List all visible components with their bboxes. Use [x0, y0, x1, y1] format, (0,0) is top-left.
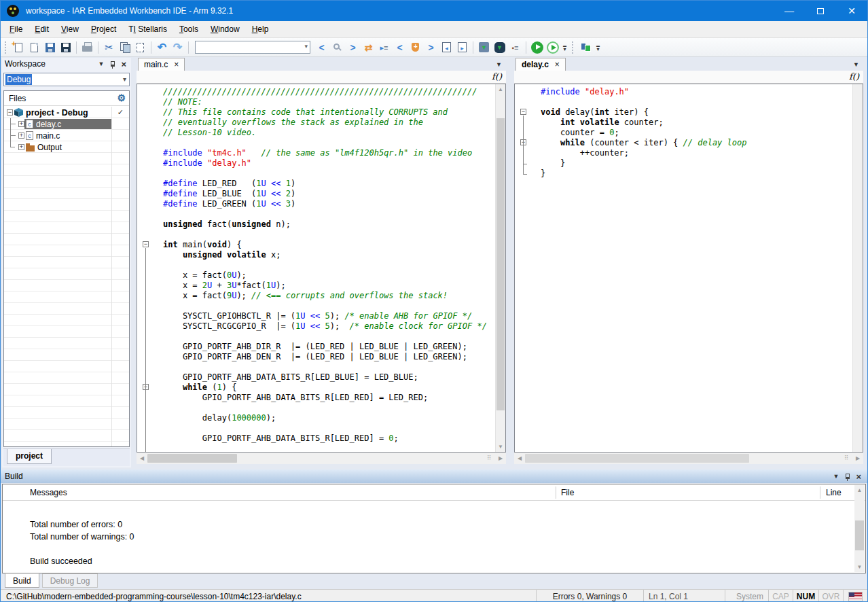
- tab-build[interactable]: Build: [5, 573, 39, 588]
- tree-item-project-debug[interactable]: −project - Debug✓: [4, 107, 129, 118]
- navigate-forward-button[interactable]: [345, 39, 361, 55]
- menu-window[interactable]: Window: [204, 22, 246, 37]
- fold-collapse-icon[interactable]: −: [520, 109, 526, 115]
- resize-grip-icon[interactable]: ⠿: [844, 455, 852, 463]
- panel-menu-icon[interactable]: ▼: [833, 473, 839, 480]
- scroll-right-icon[interactable]: ▶: [495, 455, 506, 461]
- tree-item-main-c[interactable]: +cmain.c: [4, 130, 129, 141]
- scroll-thumb[interactable]: [496, 118, 505, 410]
- configuration-value: Debug: [5, 74, 32, 85]
- menu-help[interactable]: Help: [246, 22, 275, 37]
- copy-button[interactable]: [117, 39, 132, 55]
- print-button[interactable]: [79, 39, 95, 55]
- horizontal-scrollbar-delay[interactable]: ◀ ⠿ ▶: [514, 453, 863, 464]
- tree-expander-icon[interactable]: +: [18, 132, 24, 139]
- toggle-bookmark-button[interactable]: [361, 39, 376, 55]
- scroll-down-icon[interactable]: ▼: [496, 442, 505, 452]
- tab-delay-c[interactable]: delay.c ×: [516, 58, 566, 71]
- save-all-icon: [61, 43, 71, 52]
- build-vertical-scrollbar[interactable]: ▲ ▼: [854, 485, 865, 572]
- tree-expander-icon[interactable]: −: [7, 109, 13, 116]
- redo-button[interactable]: [170, 39, 185, 55]
- menu-tools[interactable]: Tools: [173, 22, 204, 37]
- goto-function-button[interactable]: f(): [849, 71, 859, 82]
- sfr-setup-button[interactable]: [578, 39, 594, 55]
- download-and-debug-button[interactable]: [529, 39, 545, 55]
- pin-icon[interactable]: [111, 61, 115, 67]
- gear-icon[interactable]: ⚙: [117, 92, 126, 103]
- fold-collapse-icon[interactable]: −: [143, 241, 149, 247]
- save-button[interactable]: [42, 39, 58, 55]
- resize-grip-icon[interactable]: ⠿: [487, 455, 495, 463]
- navigate-backward-button[interactable]: [314, 39, 329, 55]
- scroll-up-icon[interactable]: ▲: [496, 84, 505, 94]
- cut-button[interactable]: [101, 39, 117, 55]
- find-button[interactable]: [329, 39, 345, 55]
- scroll-left-icon[interactable]: ◀: [137, 455, 147, 461]
- scroll-right-icon[interactable]: ▶: [852, 455, 863, 461]
- tree-branch-line: [10, 130, 18, 141]
- tab-close-icon[interactable]: ×: [555, 60, 560, 69]
- debug-without-downloading-button[interactable]: [545, 39, 560, 55]
- code-content-main[interactable]: ////////////////////////////////////////…: [163, 84, 495, 452]
- tree-item-label: main.c: [36, 131, 60, 141]
- c-file-icon: c: [26, 120, 33, 128]
- batch-build-button[interactable]: [507, 39, 523, 55]
- scroll-thumb[interactable]: [525, 454, 749, 463]
- bookmark-list-button[interactable]: [376, 39, 392, 55]
- toolbar-search-combo[interactable]: [195, 41, 310, 54]
- save-all-button[interactable]: [58, 39, 73, 55]
- menu-project[interactable]: Project: [85, 22, 122, 37]
- workspace-tab-project[interactable]: project: [7, 449, 52, 464]
- configuration-combo[interactable]: Debug: [3, 73, 130, 86]
- menu-ti-stellaris[interactable]: TI Stellaris: [122, 22, 173, 37]
- toolbar-overflow-icon[interactable]: ▾: [594, 41, 602, 54]
- horizontal-scrollbar-main[interactable]: ◀ ⠿ ▶: [137, 453, 506, 464]
- goto-function-button[interactable]: f(): [492, 71, 502, 82]
- tree-item-delay-c[interactable]: +cdelay.c: [4, 118, 129, 130]
- add-bookmark-button[interactable]: [408, 39, 423, 55]
- menu-edit[interactable]: Edit: [29, 22, 55, 37]
- minimize-button[interactable]: —: [774, 1, 805, 21]
- menu-file[interactable]: File: [3, 22, 29, 37]
- make-button[interactable]: [476, 39, 492, 55]
- next-bookmark-button[interactable]: [423, 39, 439, 55]
- toolbar-grip[interactable]: [5, 41, 8, 54]
- build-message-line: [30, 543, 134, 555]
- fold-end-tick: [523, 174, 527, 175]
- maximize-button[interactable]: [805, 1, 836, 21]
- scroll-left-icon[interactable]: ◀: [514, 455, 525, 461]
- next-document-button[interactable]: [454, 39, 470, 55]
- next-bookmark-icon: [428, 42, 433, 53]
- pin-icon[interactable]: [846, 474, 850, 479]
- scroll-up-icon[interactable]: ▲: [854, 485, 865, 495]
- code-content-delay[interactable]: #include "delay.h"void delay(int iter) {…: [541, 84, 852, 452]
- tree-expander-icon[interactable]: +: [18, 121, 24, 127]
- tab-list-dropdown-icon[interactable]: ▼: [496, 61, 502, 68]
- scroll-down-icon[interactable]: ▼: [854, 562, 865, 572]
- tab-list-dropdown-icon[interactable]: ▼: [853, 61, 859, 68]
- vertical-scrollbar-main[interactable]: ▲ ▼: [495, 84, 505, 452]
- close-button[interactable]: ✕: [836, 1, 867, 21]
- previous-bookmark-button[interactable]: [392, 39, 408, 55]
- panel-close-icon[interactable]: ×: [121, 59, 126, 69]
- download-button[interactable]: [492, 39, 507, 55]
- tab-debug-log[interactable]: Debug Log: [42, 573, 98, 588]
- toolbar-overflow-icon[interactable]: ▾: [560, 41, 569, 54]
- panel-menu-icon[interactable]: ▼: [98, 60, 104, 67]
- paste-button[interactable]: [132, 39, 148, 55]
- tree-expander-icon[interactable]: +: [18, 144, 24, 150]
- tree-item-output[interactable]: +Output: [4, 141, 129, 153]
- previous-document-button[interactable]: [439, 39, 454, 55]
- toolbar-grip[interactable]: [572, 41, 575, 54]
- menu-view[interactable]: View: [55, 22, 85, 37]
- tab-close-icon[interactable]: ×: [174, 60, 179, 69]
- vertical-scrollbar-delay[interactable]: [852, 84, 863, 452]
- undo-button[interactable]: [154, 39, 170, 55]
- scroll-thumb[interactable]: [147, 454, 237, 463]
- scroll-thumb[interactable]: [855, 520, 864, 550]
- tab-main-c[interactable]: main.c ×: [138, 58, 185, 71]
- new-document-button[interactable]: [11, 39, 26, 55]
- open-document-button[interactable]: [26, 39, 42, 55]
- panel-close-icon[interactable]: ×: [856, 472, 861, 482]
